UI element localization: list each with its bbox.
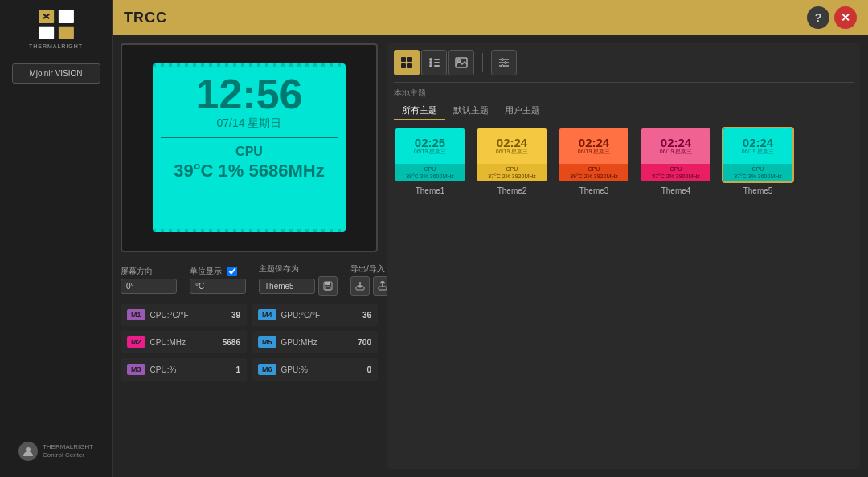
metric-name: CPU:MHz: [150, 338, 218, 347]
svg-point-29: [502, 59, 504, 61]
orientation-select[interactable]: 0° 90° 180° 270°: [121, 279, 177, 294]
themes-panel: 本地主题 所有主题 默认主题 用户主题 02:25 06/19 星期三 CPU3…: [387, 43, 860, 469]
svg-rect-14: [401, 57, 406, 62]
svg-rect-22: [434, 62, 440, 63]
theme-card-theme1[interactable]: 02:25 06/19 星期三 CPU38°C 3% 3600MHz Theme…: [394, 127, 466, 195]
brand-logo: THERMALRIGHT: [24, 8, 88, 49]
theme-name-label: Theme2: [497, 186, 527, 195]
metric-value: 5686: [223, 338, 240, 347]
metric-row[interactable]: M1 CPU:°C/°F 39: [121, 304, 247, 326]
sidebar-footer-line2: Control Center: [43, 451, 93, 459]
unit-row: 0° 90° 180° 270°: [121, 279, 177, 294]
unit-select[interactable]: °C °F: [190, 279, 246, 294]
metric-value: 700: [358, 338, 371, 347]
metric-badge: M5: [258, 336, 276, 348]
svg-rect-1: [58, 10, 73, 23]
orientation-group: 屏幕方向 0° 90° 180° 270°: [121, 266, 177, 294]
screen-time: 12:56: [196, 73, 303, 115]
export-button[interactable]: [350, 276, 370, 296]
screen-cpu-values: 39°C 1% 5686MHz: [174, 161, 324, 181]
view-list-button[interactable]: [421, 50, 447, 75]
sidebar-footer-line1: THERMALRIGHT: [43, 443, 93, 451]
metric-name: GPU:%: [281, 365, 362, 374]
sidebar: THERMALRIGHT Mjolnir VISION THERMALRIGHT…: [0, 0, 113, 477]
window-controls: ? ✕: [807, 6, 857, 29]
svg-rect-17: [407, 63, 412, 68]
theme-name-input[interactable]: Theme5: [259, 279, 315, 294]
svg-point-20: [429, 64, 432, 67]
metric-badge: M1: [127, 309, 145, 320]
svg-rect-8: [326, 282, 330, 285]
theme-name-label: Theme3: [579, 186, 609, 195]
theme-name-label: Theme1: [416, 186, 445, 195]
themes-section-label: 本地主题: [394, 88, 854, 99]
unit-checkbox[interactable]: [227, 267, 237, 276]
svg-rect-3: [58, 26, 73, 39]
toolbar-divider: [482, 53, 483, 72]
metric-row[interactable]: M6 GPU:% 0: [252, 358, 378, 381]
theme-card-theme4[interactable]: 02:24 06/19 星期三 CPU57°C 2% 3900MHz Theme…: [640, 127, 712, 195]
metric-badge: M6: [258, 364, 276, 375]
tab-user-themes[interactable]: 用户主题: [497, 102, 548, 120]
sidebar-footer-text: THERMALRIGHT Control Center: [43, 443, 93, 460]
metric-row[interactable]: M4 GPU:°C/°F 36: [252, 304, 378, 326]
themes-toolbar: [394, 50, 854, 83]
export-label: 导出/导入: [350, 263, 392, 275]
svg-rect-9: [326, 287, 330, 290]
metric-badge: M4: [258, 309, 276, 320]
metric-value: 36: [362, 311, 371, 320]
device-select-button[interactable]: Mjolnir VISION: [12, 63, 100, 84]
themes-tabs: 所有主题 默认主题 用户主题: [394, 102, 854, 120]
metric-value: 39: [231, 311, 240, 320]
main-panel: TRCC ? ✕ 12:56 07/14 星期日 CPU 39°C 1% 568…: [113, 0, 868, 477]
theme-card-theme3[interactable]: 02:24 06/19 星期三 CPU39°C 2% 3920MHz Theme…: [558, 127, 630, 195]
sidebar-footer: THERMALRIGHT Control Center: [10, 434, 101, 469]
themes-grid: 02:25 06/19 星期三 CPU38°C 3% 3600MHz Theme…: [394, 127, 854, 195]
theme-card-theme2[interactable]: 02:24 06/19 星期三 CPU37°C 2% 3920MHz Theme…: [476, 127, 548, 195]
metrics-grid: M1 CPU:°C/°F 39 M4 GPU:°C/°F 36 M2 CPU:M…: [121, 304, 378, 381]
svg-rect-16: [401, 63, 406, 68]
metric-badge: M2: [127, 336, 145, 348]
title-bar: TRCC ? ✕: [113, 0, 868, 35]
metric-name: GPU:MHz: [281, 338, 354, 347]
screen-date: 07/14 星期日: [217, 116, 282, 131]
tab-all-themes[interactable]: 所有主题: [394, 102, 445, 120]
close-button[interactable]: ✕: [834, 6, 857, 29]
svg-rect-15: [407, 57, 412, 62]
settings-button[interactable]: [491, 50, 517, 75]
svg-point-30: [505, 62, 507, 64]
theme-save-group: 主题保存为 Theme5: [259, 263, 338, 296]
theme-save-label: 主题保存为: [259, 263, 338, 275]
metric-row[interactable]: M2 CPU:MHz 5686: [121, 331, 247, 353]
metric-row[interactable]: M3 CPU:% 1: [121, 358, 247, 381]
orientation-label: 屏幕方向: [121, 266, 177, 277]
help-button[interactable]: ?: [807, 6, 829, 29]
unit-label: 单位显示: [190, 266, 246, 277]
thermalright-logo-icon: [36, 8, 76, 40]
controls-row-1: 屏幕方向 0° 90° 180° 270° 单位显示: [121, 263, 378, 296]
user-avatar: [18, 442, 38, 461]
view-grid-button[interactable]: [394, 50, 420, 75]
metric-name: GPU:°C/°F: [281, 311, 358, 320]
view-image-button[interactable]: [448, 50, 474, 75]
theme-name-label: Theme5: [743, 186, 773, 195]
tab-default-themes[interactable]: 默认主题: [445, 102, 497, 120]
metric-row[interactable]: M5 GPU:MHz 700: [252, 331, 378, 353]
svg-rect-2: [39, 26, 54, 39]
svg-rect-12: [379, 287, 387, 290]
svg-point-31: [502, 65, 504, 67]
save-theme-button[interactable]: [318, 276, 338, 296]
theme-save-row: Theme5: [259, 276, 338, 296]
screen-inner: 12:56 07/14 星期日 CPU 39°C 1% 5686MHz: [153, 63, 346, 232]
controls-area: 屏幕方向 0° 90° 180° 270° 单位显示: [121, 263, 378, 381]
metric-value: 1: [235, 365, 240, 374]
export-group: 导出/导入: [350, 263, 392, 296]
theme-card-theme5[interactable]: 02:24 06/19 星期三 CPU37°C 3% 3600MHz Theme…: [722, 127, 794, 195]
export-row: [350, 276, 392, 296]
metric-badge: M3: [127, 364, 145, 375]
theme-name-label: Theme4: [661, 186, 691, 195]
screen-cpu-label: CPU: [235, 145, 263, 159]
left-panel: 12:56 07/14 星期日 CPU 39°C 1% 5686MHz 屏幕方向…: [121, 43, 378, 469]
svg-point-19: [429, 61, 432, 64]
unit-group: 单位显示 °C °F: [190, 266, 246, 294]
